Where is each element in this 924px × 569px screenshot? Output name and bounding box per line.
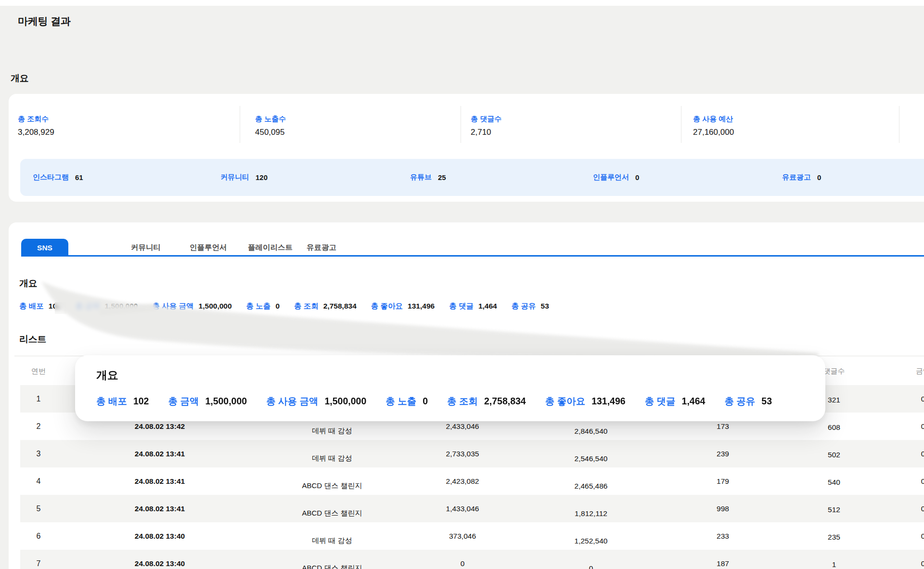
channel-value: 61: [75, 173, 83, 181]
popup-stat-label: 총 조회: [447, 395, 478, 408]
sns-stat-label: 총 좋아요: [371, 301, 403, 311]
channel-label: 인플루언서: [593, 173, 629, 182]
top-strip: [0, 0, 924, 6]
popup-stat-value: 53: [761, 396, 772, 407]
page-title: 마케팅 결과: [18, 14, 71, 28]
sns-stat: 총 좋아요131,496: [371, 301, 435, 311]
cell-1: 24.08.02 13:40: [135, 532, 185, 541]
tab-유료광고[interactable]: 유료광고: [307, 239, 336, 257]
channel-summary-bar: 인스타그램61커뮤니티120유튜브25인플루언서0유료광고0: [20, 159, 924, 196]
sns-stat: 총 금액1,500,000: [76, 301, 138, 311]
popup-stat: 총 댓글1,464: [645, 395, 706, 408]
tab-커뮤니티[interactable]: 커뮤니티: [131, 239, 161, 257]
cell-5: 239: [717, 450, 729, 458]
channel-item-2: 커뮤니티120: [220, 159, 268, 196]
cell-2: 데뷔 때 감성: [312, 427, 352, 435]
overview-stat-label: 총 노출수: [255, 115, 286, 124]
sns-stat-value: 1,500,000: [199, 302, 232, 310]
overview-stat-label: 총 사용 예산: [693, 115, 734, 124]
popup-stat: 총 좋아요131,496: [545, 395, 626, 408]
tab-플레이리스트[interactable]: 플레이리스트: [248, 239, 293, 257]
cell-0: 6: [37, 532, 41, 541]
sns-stat: 총 공유53: [512, 301, 549, 311]
channel-value: 0: [635, 173, 639, 181]
cell-7: 0: [921, 504, 924, 513]
overview-stat-value: 27,160,000: [693, 128, 734, 137]
cell-6: 235: [828, 533, 840, 542]
cell-0: 4: [37, 477, 41, 486]
cell-2: ABCD 댄스 챌린지: [302, 564, 362, 569]
overview-stat-value: 2,710: [471, 128, 501, 137]
sns-stat: 총 조회2,758,834: [294, 301, 357, 311]
list-section-heading: 리스트: [19, 333, 46, 346]
sns-stat-value: 0: [275, 302, 280, 310]
sns-stat-label: 총 사용 금액: [152, 301, 193, 311]
popup-stat: 총 노출0: [385, 395, 428, 408]
stat-divider: [461, 106, 461, 143]
popup-stat: 총 금액1,500,000: [168, 395, 247, 408]
channel-label: 인스타그램: [33, 173, 69, 182]
cell-0: 5: [37, 504, 41, 513]
cell-6: 321: [828, 396, 840, 404]
cell-4: 1,252,540: [575, 537, 608, 545]
cell-3: 1,433,046: [446, 504, 479, 513]
cell-5: 173: [717, 422, 729, 431]
popup-stat-value: 1,500,000: [325, 396, 367, 407]
popup-stat-label: 총 사용 금액: [266, 395, 318, 408]
cell-2: ABCD 댄스 챌린지: [302, 481, 362, 490]
cell-4: 2,465,486: [575, 482, 608, 491]
cell-7: 0: [921, 450, 924, 458]
cell-6: 608: [828, 423, 840, 432]
sns-stat-label: 총 노출: [246, 301, 271, 311]
cell-0: 7: [37, 559, 41, 568]
col-header-6: 댓글수: [823, 367, 845, 376]
popup-stat-label: 총 금액: [168, 395, 199, 408]
stat-divider: [681, 106, 681, 143]
channel-value: 25: [438, 173, 446, 181]
cell-2: ABCD 댄스 챌린지: [302, 509, 362, 517]
popup-heading: 개요: [96, 368, 118, 383]
popup-stat-label: 총 공유: [724, 395, 755, 408]
popup-stat-label: 총 노출: [385, 395, 416, 408]
popup-stat: 총 사용 금액1,500,000: [266, 395, 366, 408]
cell-3: 0: [461, 559, 465, 568]
popup-stat: 총 공유53: [724, 395, 772, 408]
cell-3: 373,046: [449, 532, 476, 541]
channel-label: 커뮤니티: [220, 173, 249, 182]
overview-section-heading: 개요: [11, 72, 29, 85]
popup-stat-value: 2,758,834: [484, 396, 526, 407]
sns-stat-label: 총 금액: [76, 301, 100, 311]
cell-0: 3: [37, 450, 41, 458]
sns-stat-value: 1,500,000: [105, 302, 138, 310]
cell-3: 2,423,082: [446, 477, 479, 486]
popup-stat-label: 총 댓글: [645, 395, 676, 408]
cell-6: 540: [828, 478, 840, 487]
tab-sns[interactable]: SNS: [21, 239, 68, 257]
cell-7: 0: [921, 532, 924, 541]
cell-7: 0: [921, 422, 924, 431]
cell-6: 512: [828, 505, 840, 514]
popup-stat-label: 총 배포: [96, 395, 127, 408]
tab-인플루언서[interactable]: 인플루언서: [190, 239, 227, 257]
table-row: 324.08.02 13:41데뷔 때 감성2,733,0352,546,540…: [20, 440, 924, 467]
overview-card: 총 조회수3,208,929총 노출수450,095총 댓글수2,710총 사용…: [9, 94, 924, 202]
table-row: 624.08.02 13:40데뷔 때 감성373,0461,252,54023…: [20, 522, 924, 550]
cell-7: 0: [921, 559, 924, 568]
overview-stat-value: 3,208,929: [18, 128, 54, 137]
cell-7: 0: [921, 395, 924, 403]
overview-stat: 총 사용 예산27,160,000: [693, 115, 734, 137]
tab-underline: [21, 255, 924, 257]
sns-stat-value: 1,464: [478, 302, 497, 310]
channel-item-3: 유튜브25: [410, 159, 446, 196]
cell-3: 2,433,046: [446, 422, 479, 431]
overview-stat-label: 총 댓글수: [471, 115, 501, 124]
cell-2: 데뷔 때 감성: [312, 454, 352, 463]
channel-item-4: 인플루언서0: [593, 159, 639, 196]
sns-stat-label: 총 댓글: [449, 301, 474, 311]
sns-stat-label: 총 배포: [19, 301, 44, 311]
cell-5: 179: [717, 477, 729, 486]
overview-stat: 총 조회수3,208,929: [18, 115, 54, 137]
channel-value: 120: [256, 173, 268, 181]
popup-stat-value: 102: [133, 396, 149, 407]
sns-stat: 총 댓글1,464: [449, 301, 497, 311]
